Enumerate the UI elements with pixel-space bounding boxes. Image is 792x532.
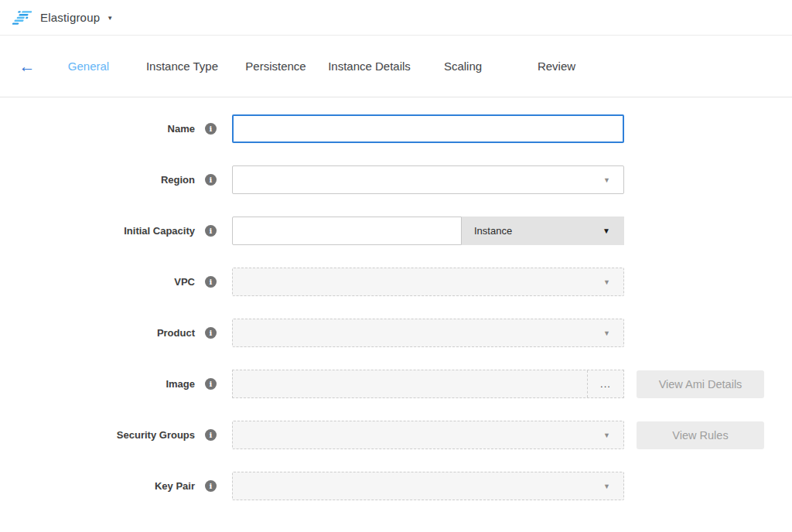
info-icon[interactable]: i <box>205 276 217 288</box>
field-label: Name <box>168 123 195 135</box>
selected-value <box>233 370 587 397</box>
elastigroup-create-page: { "header": { "app_title": "Elastigroup"… <box>0 0 792 532</box>
security-groups-select: ▼ <box>232 421 624 449</box>
vpc-select: ▼ <box>232 268 624 296</box>
tab-instance-type[interactable]: Instance Type <box>135 60 229 73</box>
form-row-vpc: VPC i ▼ <box>0 268 792 296</box>
tab-persistence[interactable]: Persistence <box>229 60 323 73</box>
info-icon[interactable]: i <box>205 123 217 135</box>
tab-general[interactable]: General <box>42 60 135 73</box>
form-row-product: Product i ▼ <box>0 319 792 347</box>
field-label: Security Groups <box>117 429 195 441</box>
info-icon[interactable]: i <box>205 378 217 390</box>
chevron-down-icon: ▼ <box>107 13 113 22</box>
region-select[interactable]: ▼ <box>232 165 624 194</box>
field-label: Region <box>161 174 195 186</box>
field-label: VPC <box>174 276 195 288</box>
info-icon[interactable]: i <box>205 225 217 237</box>
product-select: ▼ <box>232 319 624 347</box>
view-ami-details-button: View Ami Details <box>637 370 764 398</box>
capacity-unit-select[interactable]: Instance ▼ <box>462 217 624 245</box>
image-picker: ... <box>232 370 624 398</box>
app-title: Elastigroup <box>40 11 100 24</box>
tabs: General Instance Type Persistence Instan… <box>42 60 603 73</box>
app-switcher[interactable]: Elastigroup ▼ <box>12 10 113 26</box>
view-rules-button: View Rules <box>637 421 764 449</box>
chevron-down-icon: ▼ <box>603 483 623 490</box>
back-button[interactable]: ← <box>12 57 42 76</box>
elastigroup-logo-icon <box>12 10 32 26</box>
chevron-down-icon: ▼ <box>603 278 623 286</box>
form-row-name: Name i <box>0 114 792 143</box>
form-row-key-pair: Key Pair i ▼ <box>0 472 792 500</box>
app-header: Elastigroup ▼ <box>0 0 792 36</box>
name-input[interactable] <box>232 114 624 143</box>
general-form: Name i Region i ▼ Initial Capacity i Ins <box>0 97 792 500</box>
initial-capacity-input[interactable] <box>232 217 462 245</box>
capacity-unit-value: Instance <box>474 225 512 237</box>
wizard-tab-bar: ← General Instance Type Persistence Inst… <box>0 36 792 97</box>
field-label: Initial Capacity <box>124 225 195 237</box>
browse-image-button: ... <box>587 370 623 397</box>
form-row-region: Region i ▼ <box>0 165 792 194</box>
info-icon[interactable]: i <box>205 480 217 492</box>
chevron-down-icon: ▼ <box>603 227 610 235</box>
info-icon[interactable]: i <box>205 327 217 339</box>
tab-review[interactable]: Review <box>510 60 603 73</box>
field-label: Key Pair <box>155 480 195 492</box>
form-row-security-groups: Security Groups i ▼ View Rules <box>0 421 792 449</box>
tab-instance-details[interactable]: Instance Details <box>323 60 416 73</box>
chevron-down-icon: ▼ <box>603 431 623 439</box>
chevron-down-icon: ▼ <box>603 329 623 337</box>
info-icon[interactable]: i <box>205 429 217 441</box>
tab-scaling[interactable]: Scaling <box>416 60 510 73</box>
key-pair-select: ▼ <box>232 472 624 500</box>
field-label: Product <box>157 327 195 339</box>
form-row-initial-capacity: Initial Capacity i Instance ▼ <box>0 217 792 245</box>
field-label: Image <box>166 378 195 390</box>
info-icon[interactable]: i <box>205 174 217 186</box>
chevron-down-icon: ▼ <box>603 176 623 184</box>
form-row-image: Image i ... View Ami Details <box>0 370 792 398</box>
